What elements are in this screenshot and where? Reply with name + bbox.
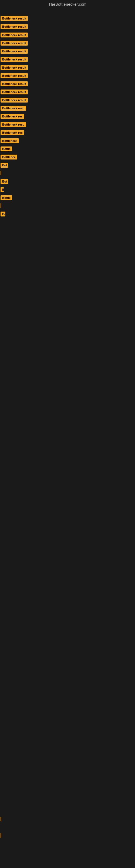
bottleneck-badge: Bottleneck resu <box>1 122 26 127</box>
bottleneck-badge: Bo <box>1 212 5 216</box>
tiny-bar <box>1 817 1 822</box>
bottleneck-badge-row: Bottleneck result <box>1 90 28 95</box>
bottleneck-badge-row: Bottlenec <box>1 155 17 161</box>
bottleneck-badge-row: Bottleneck result <box>1 41 28 46</box>
bottleneck-badge-row: Bottleneck result <box>1 16 28 22</box>
bottleneck-badge: Bottle <box>1 195 12 200</box>
bottleneck-badge: Bottleneck result <box>1 33 28 37</box>
bottleneck-badge: Bottleneck res <box>1 130 24 135</box>
bottleneck-badge: Bottleneck <box>1 138 19 143</box>
bottleneck-badge-row: Bottleneck resu <box>1 122 26 128</box>
bottleneck-badge: Bottleneck result <box>1 16 28 21</box>
bottleneck-badge-row: Bottleneck res <box>1 130 24 136</box>
bottleneck-badge-row: Bottleneck res <box>1 114 24 120</box>
bottleneck-badge: Bottleneck result <box>1 73 28 78</box>
bottleneck-badge-row: Bottleneck result <box>1 49 28 55</box>
bottleneck-badge-row: Bo <box>1 212 5 218</box>
bottleneck-badge-row: Bottleneck result <box>1 98 28 104</box>
tiny-bar <box>1 833 1 838</box>
bottleneck-badge-row: Bottle <box>1 195 12 201</box>
site-title: TheBottlenecker.com <box>0 0 135 9</box>
bottleneck-badge-row: Bot <box>1 179 8 185</box>
badges-container: Bottleneck resultBottleneck resultBottle… <box>0 9 135 868</box>
bottleneck-badge-row: Bottleneck result <box>1 73 28 79</box>
bottleneck-badge-row: Bottleneck result <box>1 33 28 38</box>
bottleneck-badge-row: Bottleneck result <box>1 24 28 30</box>
bottleneck-badge: Bottlenec <box>1 155 17 159</box>
bottleneck-badge: B <box>1 187 4 192</box>
bottleneck-badge: Bottleneck result <box>1 82 28 86</box>
bottleneck-badge: Bot <box>1 179 8 184</box>
bottleneck-badge-row: Bottle <box>1 147 12 152</box>
bottleneck-badge: Bot <box>1 163 8 167</box>
bottleneck-badge-row: B <box>1 187 4 193</box>
bottleneck-badge-row: Bot <box>1 163 8 169</box>
bottleneck-badge-row: Bottleneck result <box>1 82 28 87</box>
site-title-container: TheBottlenecker.com <box>0 0 135 9</box>
bottleneck-badge: Bottleneck resu <box>1 106 26 111</box>
bottleneck-badge-row: Bottleneck resu <box>1 106 26 112</box>
bottleneck-badge: Bottleneck result <box>1 98 28 102</box>
bottleneck-badge-row: Bottleneck <box>1 138 19 144</box>
tiny-bar <box>1 171 1 175</box>
bottleneck-badge: Bottleneck result <box>1 49 28 54</box>
bottleneck-badge: Bottleneck result <box>1 41 28 45</box>
bottleneck-badge: Bottleneck result <box>1 24 28 29</box>
bottleneck-badge: Bottleneck result <box>1 57 28 62</box>
bottleneck-badge: Bottleneck result <box>1 65 28 70</box>
tiny-bar <box>1 204 1 208</box>
bottleneck-badge-row: Bottleneck result <box>1 57 28 63</box>
bottleneck-badge: Bottle <box>1 147 12 151</box>
bottleneck-badge: Bottleneck res <box>1 114 24 119</box>
bottleneck-badge: Bottleneck result <box>1 90 28 94</box>
bottleneck-badge-row: Bottleneck result <box>1 65 28 71</box>
